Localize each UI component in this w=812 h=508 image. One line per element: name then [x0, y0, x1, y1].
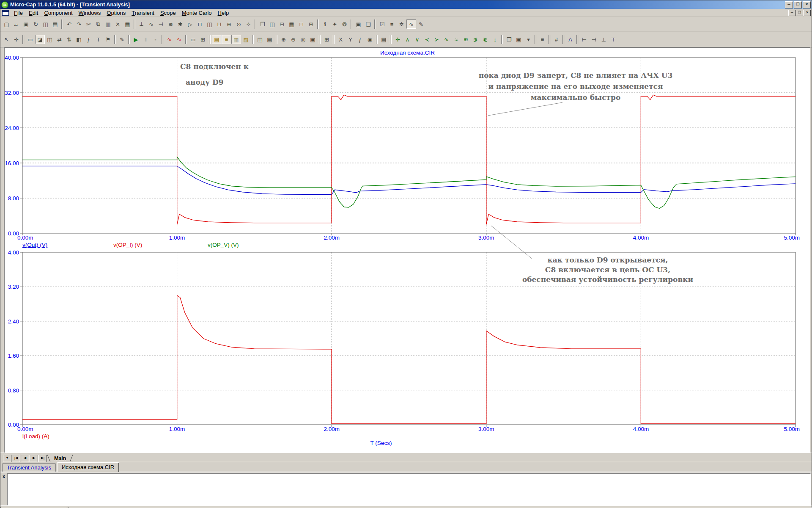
page-dropdown-button[interactable]: ▾: [3, 455, 11, 462]
preferences-button[interactable]: ☑: [377, 19, 387, 29]
restore-button[interactable]: ❐: [794, 1, 802, 8]
zoom-select-button[interactable]: ▣: [308, 35, 318, 44]
menu-item-windows[interactable]: Windows: [76, 9, 104, 17]
page-last-button[interactable]: ▶|: [38, 455, 47, 462]
high-marker-button[interactable]: ≺: [422, 35, 432, 44]
zoom-in-button[interactable]: ⊕: [279, 35, 288, 44]
legend-v-op-i-v-[interactable]: v(OP_I) (V): [113, 242, 142, 248]
pane-layout-1-button[interactable]: ◫: [255, 35, 265, 44]
legend-i-load-a-[interactable]: i(Load) (A): [22, 433, 49, 439]
panel-bottom-button[interactable]: ▥: [231, 35, 241, 44]
delete-button[interactable]: ✕: [113, 19, 123, 29]
tools-button[interactable]: ✲: [397, 19, 406, 29]
panel-top-button[interactable]: ▤: [212, 35, 222, 44]
sine-source-button[interactable]: ∿: [146, 19, 156, 29]
cut-button[interactable]: ✂: [84, 19, 93, 29]
fx-settings-button[interactable]: ƒ: [355, 35, 365, 44]
go-to-y-button[interactable]: ▣: [514, 35, 524, 44]
page-prev-button[interactable]: ◀: [21, 455, 29, 462]
tile-vertical-button[interactable]: ◫: [267, 19, 277, 29]
step-box-button[interactable]: ▦: [123, 19, 132, 29]
child-window-icon[interactable]: [2, 10, 9, 16]
paste-button[interactable]: ▥: [103, 19, 113, 29]
x-axis-settings-button[interactable]: X: [336, 35, 346, 44]
split-pane-button[interactable]: ◧: [74, 35, 84, 44]
capacitor-part-button[interactable]: ⊣: [156, 19, 166, 29]
pan-mode-button[interactable]: ✛: [11, 35, 21, 44]
save-file-button[interactable]: ▣: [21, 19, 31, 29]
menu-item-transient[interactable]: Transient: [129, 9, 157, 17]
child-minimize-button[interactable]: ─: [788, 10, 796, 16]
analysis-limits-button[interactable]: ∿: [174, 35, 184, 44]
print-preview-button[interactable]: ◫: [41, 19, 50, 29]
formula-mode-button[interactable]: ƒ: [84, 35, 93, 44]
range-marker-button[interactable]: ↕: [490, 35, 500, 44]
copy-button[interactable]: ⧉: [93, 19, 103, 29]
menu-item-scope[interactable]: Scope: [157, 9, 179, 17]
annotate-plot-button[interactable]: ✎: [416, 19, 426, 29]
select-mode-button[interactable]: ↖: [2, 35, 11, 44]
web-update-button[interactable]: ❂: [340, 19, 349, 29]
text-attributes-button[interactable]: A: [565, 35, 575, 44]
menu-item-file[interactable]: File: [11, 9, 26, 17]
panel-list-button[interactable]: ≡: [222, 35, 231, 44]
scale-left-button[interactable]: ⊢: [579, 35, 589, 44]
menu-item-monte-carlo[interactable]: Monte Carlo: [179, 9, 215, 17]
scale-up-button[interactable]: ⊤: [609, 35, 618, 44]
minimize-button[interactable]: ─: [785, 1, 793, 8]
scale-right-button[interactable]: ⊣: [589, 35, 599, 44]
page-tab-main[interactable]: Main: [47, 455, 73, 462]
new-file-button[interactable]: ▢: [2, 19, 11, 29]
inflection-marker-button[interactable]: ∿: [442, 35, 451, 44]
low-marker-button[interactable]: ≻: [432, 35, 442, 44]
led-part-button[interactable]: ✧: [244, 19, 253, 29]
inductor-part-button[interactable]: ≋: [166, 19, 176, 29]
doc-tab-исходная-схема.cir[interactable]: Исходная схема.CIR: [57, 462, 119, 472]
plot-properties-button[interactable]: ▤: [379, 35, 389, 44]
current-source-button[interactable]: ⊙: [234, 19, 244, 29]
analysis-plot-button[interactable]: ∿: [406, 19, 416, 29]
valley-marker-button[interactable]: ∨: [412, 35, 422, 44]
flag-tool-button[interactable]: ⚑: [103, 35, 113, 44]
arrange-windows-button[interactable]: ▦: [287, 19, 296, 29]
menu-item-help[interactable]: Help: [215, 9, 232, 17]
window-select-button[interactable]: ❏: [363, 19, 373, 29]
tag-dropdown-button[interactable]: ▾: [524, 35, 533, 44]
ground-part-button[interactable]: ⟂: [137, 19, 146, 29]
revert-file-button[interactable]: ↻: [31, 19, 41, 29]
square-source-button[interactable]: ⊔: [214, 19, 224, 29]
numeric-output-button[interactable]: #: [551, 35, 561, 44]
page-next-button[interactable]: ▶: [30, 455, 38, 462]
close-button[interactable]: ✕: [803, 1, 811, 8]
graph-pane-button[interactable]: ◫: [45, 35, 55, 44]
pause-analysis-button[interactable]: ‖: [141, 35, 151, 44]
undo-button[interactable]: ↶: [64, 19, 74, 29]
flip-vertical-button[interactable]: ⇅: [64, 35, 74, 44]
y-axis-settings-button[interactable]: Y: [346, 35, 355, 44]
ic-part-button[interactable]: ◫: [205, 19, 214, 29]
zoom-out-button[interactable]: ⊖: [288, 35, 298, 44]
voltage-source-button[interactable]: ⊕: [224, 19, 234, 29]
cursor-select-button[interactable]: ✛: [393, 35, 403, 44]
text-list-button[interactable]: ≡: [538, 35, 547, 44]
comment-tool-button[interactable]: ✎: [117, 35, 127, 44]
text-tool-button[interactable]: T: [93, 35, 103, 44]
add-measure-button[interactable]: ⊞: [198, 35, 208, 44]
junction-dot-button[interactable]: ✱: [176, 19, 185, 29]
pulse-source-button[interactable]: ⊓: [195, 19, 205, 29]
child-close-button[interactable]: ✕: [804, 10, 811, 16]
top-plot[interactable]: 40.0032.0024.0016.008.000.000.00m1.00m2.…: [5, 48, 810, 243]
go-to-x-button[interactable]: ❐: [504, 35, 514, 44]
gmin-marker-button[interactable]: ≈: [451, 35, 461, 44]
bottom-marker-button[interactable]: ≷: [480, 35, 490, 44]
top-marker-button[interactable]: ≶: [471, 35, 480, 44]
text-panel-close-icon[interactable]: x: [1, 474, 7, 480]
run-analysis-button[interactable]: ▶: [131, 35, 141, 44]
cascade-windows-button[interactable]: ❐: [258, 19, 267, 29]
panel-grid-button[interactable]: ▨: [241, 35, 251, 44]
monitor-view-button[interactable]: ▭: [25, 35, 35, 44]
redo-button[interactable]: ↷: [74, 19, 84, 29]
page-first-button[interactable]: |◀: [12, 455, 20, 462]
open-file-button[interactable]: ▱: [11, 19, 21, 29]
calculator-button[interactable]: ⊞: [306, 19, 316, 29]
